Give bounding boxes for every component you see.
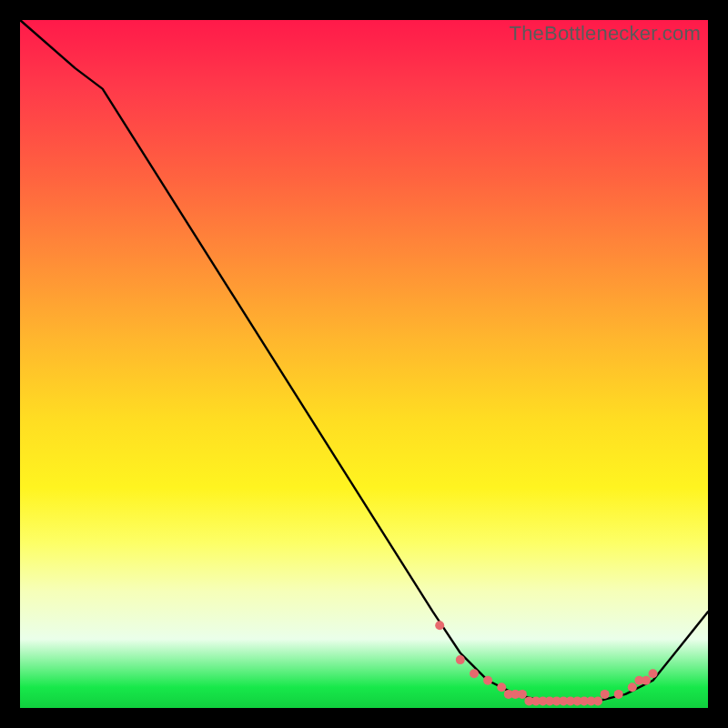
highlight-markers — [435, 621, 657, 705]
marker-dot — [435, 621, 444, 630]
marker-dot — [593, 696, 602, 705]
chart-plot-area: TheBottlenecker.com — [20, 20, 708, 708]
marker-dot — [470, 669, 479, 678]
bottleneck-curve-line — [20, 20, 708, 701]
marker-dot — [483, 676, 492, 685]
marker-dot — [642, 676, 651, 685]
marker-dot — [601, 690, 610, 699]
marker-dot — [614, 690, 623, 699]
chart-svg — [20, 20, 708, 708]
marker-dot — [628, 682, 637, 692]
marker-dot — [649, 669, 658, 678]
marker-dot — [456, 655, 465, 664]
marker-dot — [497, 682, 506, 692]
chart-frame: TheBottlenecker.com — [0, 0, 728, 728]
marker-dot — [518, 690, 527, 699]
